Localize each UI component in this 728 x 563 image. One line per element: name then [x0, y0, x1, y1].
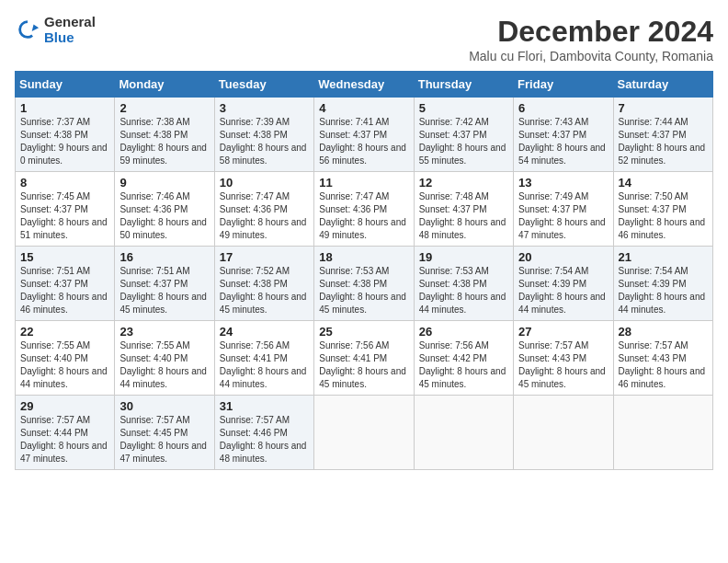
- day-number: 5: [419, 101, 508, 115]
- sunset-label: Sunset: 4:38 PM: [419, 279, 487, 289]
- sunset-label: Sunset: 4:45 PM: [119, 428, 188, 438]
- sunrise-label: Sunrise: 7:53 AM: [319, 266, 389, 276]
- sunrise-label: Sunrise: 7:57 AM: [20, 415, 90, 425]
- day-info: Sunrise: 7:57 AM Sunset: 4:43 PM Dayligh…: [518, 339, 608, 391]
- sunset-label: Sunset: 4:38 PM: [20, 130, 88, 140]
- calendar-cell: 31 Sunrise: 7:57 AM Sunset: 4:46 PM Dayl…: [214, 396, 313, 470]
- day-number: 6: [518, 101, 608, 115]
- sunset-label: Sunset: 4:36 PM: [119, 204, 188, 214]
- sunset-label: Sunset: 4:37 PM: [619, 204, 687, 214]
- day-number: 21: [619, 250, 708, 264]
- sunset-label: Sunset: 4:43 PM: [518, 353, 586, 363]
- calendar-cell: 5 Sunrise: 7:42 AM Sunset: 4:37 PM Dayli…: [414, 98, 513, 172]
- day-number: 3: [220, 101, 309, 115]
- calendar-cell: 25 Sunrise: 7:56 AM Sunset: 4:41 PM Dayl…: [314, 321, 414, 396]
- sunset-label: Sunset: 4:38 PM: [119, 130, 188, 140]
- calendar-cell: 7 Sunrise: 7:44 AM Sunset: 4:37 PM Dayli…: [613, 98, 712, 172]
- daylight-label: Daylight: 8 hours and 45 minutes.: [319, 292, 406, 315]
- sunrise-label: Sunrise: 7:55 AM: [119, 340, 189, 350]
- sunset-label: Sunset: 4:38 PM: [220, 279, 288, 289]
- daylight-label: Daylight: 8 hours and 58 minutes.: [220, 143, 307, 166]
- logo-icon: [15, 17, 40, 43]
- day-info: Sunrise: 7:51 AM Sunset: 4:37 PM Dayligh…: [119, 265, 209, 316]
- day-info: Sunrise: 7:53 AM Sunset: 4:38 PM Dayligh…: [319, 265, 408, 316]
- day-number: 15: [20, 250, 109, 264]
- calendar-cell: [414, 396, 513, 470]
- location-subtitle: Malu cu Flori, Dambovita County, Romania: [469, 49, 713, 63]
- calendar-cell: 4 Sunrise: 7:41 AM Sunset: 4:37 PM Dayli…: [314, 98, 414, 172]
- daylight-label: Daylight: 8 hours and 44 minutes.: [220, 366, 307, 389]
- sunset-label: Sunset: 4:46 PM: [220, 428, 288, 438]
- day-info: Sunrise: 7:57 AM Sunset: 4:45 PM Dayligh…: [119, 414, 209, 465]
- daylight-label: Daylight: 8 hours and 44 minutes.: [419, 292, 506, 315]
- calendar-cell: 8 Sunrise: 7:45 AM Sunset: 4:37 PM Dayli…: [16, 172, 115, 247]
- calendar-cell: 14 Sunrise: 7:50 AM Sunset: 4:37 PM Dayl…: [613, 172, 712, 247]
- daylight-label: Daylight: 8 hours and 44 minutes.: [619, 292, 706, 315]
- day-info: Sunrise: 7:42 AM Sunset: 4:37 PM Dayligh…: [419, 116, 508, 167]
- daylight-label: Daylight: 8 hours and 44 minutes.: [119, 366, 207, 389]
- calendar-table: SundayMondayTuesdayWednesdayThursdayFrid…: [15, 71, 713, 470]
- sunset-label: Sunset: 4:40 PM: [20, 353, 88, 363]
- daylight-label: Daylight: 8 hours and 44 minutes.: [518, 292, 606, 315]
- calendar-cell: 2 Sunrise: 7:38 AM Sunset: 4:38 PM Dayli…: [115, 98, 214, 172]
- calendar-cell: 10 Sunrise: 7:47 AM Sunset: 4:36 PM Dayl…: [214, 172, 313, 247]
- sunset-label: Sunset: 4:40 PM: [119, 353, 188, 363]
- sunrise-label: Sunrise: 7:52 AM: [220, 266, 290, 276]
- sunrise-label: Sunrise: 7:54 AM: [619, 266, 688, 276]
- day-number: 16: [119, 250, 209, 264]
- day-info: Sunrise: 7:49 AM Sunset: 4:37 PM Dayligh…: [518, 190, 608, 242]
- day-info: Sunrise: 7:55 AM Sunset: 4:40 PM Dayligh…: [119, 339, 209, 391]
- day-info: Sunrise: 7:50 AM Sunset: 4:37 PM Dayligh…: [619, 190, 708, 242]
- day-number: 1: [20, 101, 109, 115]
- sunrise-label: Sunrise: 7:47 AM: [220, 191, 290, 201]
- day-info: Sunrise: 7:39 AM Sunset: 4:38 PM Dayligh…: [220, 116, 309, 167]
- sunrise-label: Sunrise: 7:51 AM: [20, 266, 90, 276]
- calendar-cell: 21 Sunrise: 7:54 AM Sunset: 4:39 PM Dayl…: [613, 247, 712, 321]
- calendar-cell: [613, 396, 712, 470]
- daylight-label: Daylight: 8 hours and 50 minutes.: [119, 217, 207, 240]
- sunset-label: Sunset: 4:43 PM: [619, 353, 687, 363]
- day-number: 20: [518, 250, 608, 264]
- day-info: Sunrise: 7:57 AM Sunset: 4:46 PM Dayligh…: [220, 414, 309, 465]
- day-info: Sunrise: 7:47 AM Sunset: 4:36 PM Dayligh…: [220, 190, 309, 242]
- sunrise-label: Sunrise: 7:44 AM: [619, 117, 688, 127]
- sunset-label: Sunset: 4:42 PM: [419, 353, 487, 363]
- daylight-label: Daylight: 8 hours and 48 minutes.: [220, 441, 307, 464]
- sunset-label: Sunset: 4:44 PM: [20, 428, 88, 438]
- column-header-monday: Monday: [115, 72, 214, 98]
- sunrise-label: Sunrise: 7:56 AM: [220, 340, 290, 350]
- day-info: Sunrise: 7:54 AM Sunset: 4:39 PM Dayligh…: [619, 265, 708, 316]
- calendar-cell: 23 Sunrise: 7:55 AM Sunset: 4:40 PM Dayl…: [115, 321, 214, 396]
- daylight-label: Daylight: 8 hours and 46 minutes.: [619, 366, 706, 389]
- day-info: Sunrise: 7:53 AM Sunset: 4:38 PM Dayligh…: [419, 265, 508, 316]
- daylight-label: Daylight: 8 hours and 54 minutes.: [518, 143, 606, 166]
- day-number: 28: [619, 325, 708, 339]
- day-number: 7: [619, 101, 708, 115]
- day-info: Sunrise: 7:37 AM Sunset: 4:38 PM Dayligh…: [20, 116, 109, 167]
- day-info: Sunrise: 7:43 AM Sunset: 4:37 PM Dayligh…: [518, 116, 608, 167]
- day-info: Sunrise: 7:38 AM Sunset: 4:38 PM Dayligh…: [119, 116, 209, 167]
- day-number: 9: [119, 176, 209, 190]
- sunset-label: Sunset: 4:37 PM: [518, 130, 586, 140]
- day-number: 30: [119, 399, 209, 413]
- calendar-cell: 11 Sunrise: 7:47 AM Sunset: 4:36 PM Dayl…: [314, 172, 414, 247]
- sunrise-label: Sunrise: 7:48 AM: [419, 191, 489, 201]
- sunrise-label: Sunrise: 7:57 AM: [220, 415, 290, 425]
- sunrise-label: Sunrise: 7:56 AM: [319, 340, 389, 350]
- title-section: December 2024 Malu cu Flori, Dambovita C…: [469, 15, 713, 63]
- day-info: Sunrise: 7:57 AM Sunset: 4:43 PM Dayligh…: [619, 339, 708, 391]
- calendar-week-row: 8 Sunrise: 7:45 AM Sunset: 4:37 PM Dayli…: [16, 172, 713, 247]
- daylight-label: Daylight: 8 hours and 47 minutes.: [119, 441, 207, 464]
- calendar-header-row: SundayMondayTuesdayWednesdayThursdayFrid…: [16, 72, 713, 98]
- day-info: Sunrise: 7:55 AM Sunset: 4:40 PM Dayligh…: [20, 339, 109, 391]
- daylight-label: Daylight: 8 hours and 49 minutes.: [319, 217, 406, 240]
- calendar-cell: 15 Sunrise: 7:51 AM Sunset: 4:37 PM Dayl…: [16, 247, 115, 321]
- column-header-thursday: Thursday: [414, 72, 513, 98]
- daylight-label: Daylight: 8 hours and 59 minutes.: [119, 143, 207, 166]
- sunrise-label: Sunrise: 7:57 AM: [619, 340, 688, 350]
- day-info: Sunrise: 7:56 AM Sunset: 4:42 PM Dayligh…: [419, 339, 508, 391]
- day-info: Sunrise: 7:48 AM Sunset: 4:37 PM Dayligh…: [419, 190, 508, 242]
- sunrise-label: Sunrise: 7:57 AM: [518, 340, 588, 350]
- day-number: 12: [419, 176, 508, 190]
- sunrise-label: Sunrise: 7:53 AM: [419, 266, 489, 276]
